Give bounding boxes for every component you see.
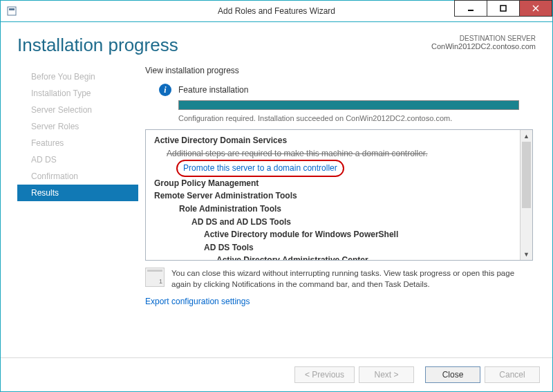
sidebar-item-ad-ds: AD DS — [17, 151, 138, 168]
promote-link-callout: Promote this server to a domain controll… — [176, 160, 344, 177]
scrollbar[interactable]: ▲ ▼ — [520, 130, 532, 260]
hint-text: You can close this wizard without interr… — [171, 268, 530, 290]
scroll-thumb[interactable] — [522, 142, 531, 208]
close-button[interactable] — [519, 0, 552, 17]
content-heading: View installation progress — [145, 66, 536, 75]
promote-link[interactable]: Promote this server to a domain controll… — [183, 163, 337, 173]
tree-rsat: Remote Server Administration Tools — [154, 189, 529, 203]
export-settings-link[interactable]: Export configuration settings — [145, 297, 536, 306]
svg-rect-0 — [8, 7, 16, 15]
scroll-up-icon[interactable]: ▲ — [521, 130, 532, 142]
sidebar-item-server-roles: Server Roles — [17, 118, 138, 135]
cancel-button: Cancel — [485, 366, 540, 383]
minimize-button[interactable] — [454, 0, 487, 17]
progress-bar — [178, 100, 519, 110]
titlebar: Add Roles and Features Wizard — [1, 1, 552, 22]
previous-button: < Previous — [294, 366, 355, 383]
progress-message: Configuration required. Installation suc… — [178, 114, 519, 122]
feature-tree: Active Directory Domain Services Additio… — [154, 134, 529, 261]
sidebar-item-before-you-begin: Before You Begin — [17, 68, 138, 85]
wizard-body: Installation progress DESTINATION SERVER… — [1, 22, 552, 357]
scroll-down-icon[interactable]: ▼ — [521, 248, 532, 260]
tree-ad-tools: AD DS Tools — [204, 241, 529, 254]
feature-tree-box: Active Directory Domain Services Additio… — [145, 129, 533, 261]
sidebar-item-results[interactable]: Results — [17, 185, 138, 201]
tree-ad-ps: Active Directory module for Windows Powe… — [204, 228, 529, 241]
destination-info: DESTINATION SERVER ConWin2012DC2.contoso… — [431, 35, 536, 50]
svg-rect-3 — [500, 6, 506, 11]
wizard-footer: < Previous Next > Close Cancel — [1, 357, 552, 391]
app-icon — [6, 6, 17, 17]
info-icon: i — [159, 84, 171, 96]
page-title: Installation progress — [17, 35, 178, 56]
wizard-window: Add Roles and Features Wizard Installati… — [0, 0, 553, 392]
status-title: Feature installation — [178, 85, 248, 95]
tree-ad-center: Active Directory Administrative Center — [216, 254, 529, 261]
tree-ad-lds: AD DS and AD LDS Tools — [191, 216, 529, 229]
maximize-button[interactable] — [487, 0, 519, 17]
wizard-sidebar: Before You Begin Installation Type Serve… — [17, 66, 138, 357]
tree-adds-note: Additional steps are required to make th… — [167, 147, 529, 160]
tree-adds: Active Directory Domain Services — [154, 134, 529, 147]
tree-role-admin: Role Administration Tools — [179, 203, 529, 216]
tree-gpm: Group Policy Management — [154, 177, 529, 190]
svg-rect-1 — [9, 8, 15, 10]
hint-row: 1 You can close this wizard without inte… — [145, 268, 530, 290]
scroll-track[interactable] — [521, 142, 532, 248]
flag-icon: 1 — [145, 268, 165, 287]
sidebar-item-server-selection: Server Selection — [17, 102, 138, 118]
sidebar-item-features: Features — [17, 135, 138, 151]
window-controls — [454, 1, 552, 21]
content-pane: View installation progress i Feature ins… — [138, 66, 536, 357]
destination-server: ConWin2012DC2.contoso.com — [431, 42, 536, 50]
close-wizard-button[interactable]: Close — [425, 366, 480, 383]
next-button: Next > — [359, 366, 414, 383]
sidebar-item-installation-type: Installation Type — [17, 85, 138, 102]
status-row: i Feature installation — [159, 84, 536, 96]
sidebar-item-confirmation: Confirmation — [17, 168, 138, 185]
destination-label: DESTINATION SERVER — [431, 35, 536, 42]
